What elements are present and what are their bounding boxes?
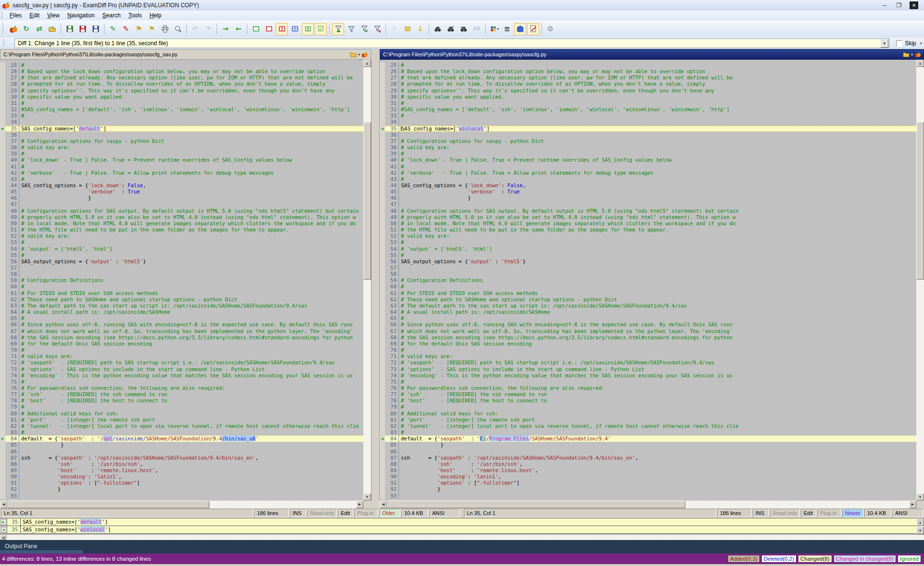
current-diff-line[interactable]: ▶35SAS_config_names=['default']	[0, 518, 916, 526]
code-line-36[interactable]: 36	[0, 132, 363, 138]
code-line-89[interactable]: 89 'host' : 'remote.linux.host',	[0, 467, 363, 474]
diff-selector-dropdown-icon[interactable]: ▼	[880, 39, 888, 48]
code-line-70[interactable]: 70#	[0, 347, 363, 353]
second-file-header[interactable]: C:\Program Files\Python\Python37\Lib\sit…	[380, 49, 924, 60]
code-line-75[interactable]: 75#	[0, 379, 363, 385]
current-difference-icon[interactable]	[401, 23, 413, 35]
close-button[interactable]: ✕	[910, 1, 918, 9]
code-line-53[interactable]: 53#	[0, 239, 363, 245]
code-line-90[interactable]: 90 'encoding': 'latin1',	[380, 474, 916, 480]
code-line-71[interactable]: 71# valid keys are:	[0, 353, 363, 360]
print-icon[interactable]	[159, 23, 171, 35]
scroll-up-icon[interactable]: ▲	[363, 60, 371, 67]
code-line-53[interactable]: 53#	[380, 239, 916, 245]
code-line-54[interactable]: 54# 'output' = ['html5', 'html']	[0, 246, 363, 252]
code-line-58[interactable]: 58	[0, 271, 363, 277]
code-line-77[interactable]: 77# 'ssh' - [REQUIRED] the ssh command t…	[380, 391, 916, 398]
pane-splitter[interactable]	[371, 60, 380, 501]
code-line-69[interactable]: 69# for the default Unix SAS session enc…	[0, 341, 363, 347]
code-line-57[interactable]: 57	[380, 265, 916, 271]
compare-files-icon[interactable]	[7, 23, 19, 35]
code-line-79[interactable]: 79#	[0, 404, 363, 410]
edit-first-file-icon[interactable]: ✎	[107, 23, 119, 35]
code-line-71[interactable]: 71# valid keys are:	[380, 353, 916, 360]
code-line-31[interactable]: 31#	[380, 100, 916, 106]
code-line-93[interactable]: 93	[0, 493, 363, 499]
code-line-87[interactable]: 87ssh = {'saspath' : '/opt/sasinside/SAS…	[380, 455, 916, 461]
show-checkboxes-icon[interactable]: ☑	[315, 23, 327, 35]
diff-selector-combo[interactable]: Diff 1: Change 1 line (35, first file) t…	[14, 39, 889, 48]
code-line-46[interactable]: 46 }	[0, 195, 363, 201]
header-splitter[interactable]	[371, 49, 380, 60]
scroll-down-icon[interactable]: ▼	[916, 493, 924, 501]
previous-change-icon[interactable]: ↑	[388, 23, 400, 35]
code-line-89[interactable]: 89 'host' : 'remote.linux.host',	[380, 467, 916, 474]
edit-second-file-icon[interactable]: ✎	[120, 23, 132, 35]
code-line-93[interactable]: 93	[380, 493, 916, 499]
code-line-67[interactable]: 67# which does not work well as utf-8. S…	[380, 328, 916, 334]
code-line-83[interactable]: 83#	[380, 429, 916, 436]
first-file-folder-icon[interactable]	[350, 51, 357, 57]
code-line-66[interactable]: 66# Since python uses utf-8, running SAS…	[380, 322, 916, 328]
code-line-45[interactable]: 45 'verbose' : True	[0, 189, 363, 195]
second-file-folder-caret-icon[interactable]: ▾	[911, 52, 913, 57]
code-line-58[interactable]: 58	[380, 271, 916, 277]
stat-badge-changed-in-changed[interactable]: Changed in changed(8)	[834, 555, 896, 563]
code-line-90[interactable]: 90 'encoding': 'latin1',	[0, 474, 363, 480]
code-line-44[interactable]: 44SAS_config_options = {'lock_down': Fal…	[380, 182, 916, 189]
code-line-68[interactable]: 68# the SAS session encoding (see https:…	[380, 334, 916, 341]
code-line-33[interactable]: 33#	[380, 113, 916, 119]
code-line-59[interactable]: 59# Configuration Definitions	[0, 277, 363, 283]
refresh-icon[interactable]: ↻	[20, 23, 32, 35]
send-report-icon[interactable]: ⚑	[146, 23, 158, 35]
code-line-40[interactable]: 40# 'lock_down' - True | False. True = P…	[380, 157, 916, 163]
menu-edit[interactable]: Edit	[26, 11, 43, 20]
code-line-72[interactable]: 72# 'saspath' - [REQUIRED] path to SAS s…	[0, 360, 363, 366]
code-line-37[interactable]: 37# Configuration options for saspy - py…	[380, 138, 916, 144]
code-line-80[interactable]: 80# Additional valid keys for ssh:	[0, 411, 363, 417]
stat-badge-changed[interactable]: Changed(8)	[798, 555, 832, 563]
code-line-25[interactable]: 25#	[0, 62, 363, 68]
code-line-72[interactable]: 72# 'saspath' - [REQUIRED] path to SAS s…	[380, 360, 916, 366]
scroll-up-icon[interactable]: ▲	[916, 60, 924, 67]
code-line-60[interactable]: 60#	[0, 283, 363, 290]
stat-badge-ignored[interactable]: Ignored	[898, 555, 921, 563]
synchronized-scrolling-icon[interactable]	[302, 23, 314, 35]
code-line-42[interactable]: 42# 'verbose' - True | False. True = All…	[0, 170, 363, 176]
code-line-67[interactable]: 67# which does not work well as utf-8. S…	[0, 328, 363, 334]
show-identical-lines-icon[interactable]	[358, 23, 370, 35]
diff-copy-marker-icon[interactable]: ◀	[380, 126, 385, 132]
scroll-left-icon[interactable]: ◀	[0, 535, 6, 540]
code-line-79[interactable]: 79#	[380, 404, 916, 410]
code-line-26[interactable]: 26# Based upon the lock_down configurati…	[0, 68, 363, 75]
show-all-lines-icon[interactable]	[332, 23, 344, 35]
toolbar-overflow-icon[interactable]: ▾	[920, 41, 922, 46]
minimize-button[interactable]: ─	[881, 2, 888, 9]
code-line-41[interactable]: 41#	[0, 164, 363, 170]
scroll-right-icon[interactable]: ▶	[356, 501, 363, 508]
stat-badge-added[interactable]: Added(0,3)	[728, 555, 760, 563]
code-line-35[interactable]: ◀35SAS_config_names=['winlocal']	[380, 126, 916, 132]
first-pane-vscroll-thumb[interactable]	[363, 122, 371, 280]
code-line-85[interactable]: 85 }	[380, 442, 916, 448]
code-line-63[interactable]: 63# The default path to the sas start up…	[0, 303, 363, 309]
code-line-61[interactable]: 61# For STDIO and STDIO over SSH access …	[0, 290, 363, 296]
save-both-files-icon[interactable]	[90, 23, 102, 35]
menu-files[interactable]: Files	[6, 11, 26, 20]
code-line-46[interactable]: 46 }	[380, 195, 916, 201]
save-second-file-icon[interactable]	[77, 23, 89, 35]
code-line-40[interactable]: 40# 'lock_down' - True | False. True = P…	[0, 157, 363, 163]
grid-view-icon[interactable]	[289, 23, 301, 35]
scroll-left-icon[interactable]: ◀	[380, 501, 387, 508]
scroll-down-icon[interactable]: ▼	[916, 527, 924, 534]
first-file-header[interactable]: C:\Program Files\Python\Python37\Lib\sit…	[0, 49, 371, 60]
code-line-86[interactable]: 86	[0, 449, 363, 455]
diffbar-grip[interactable]	[3, 39, 6, 48]
menu-navigation[interactable]: Navigation	[64, 11, 99, 20]
code-line-92[interactable]: 92 }	[0, 486, 363, 492]
code-line-55[interactable]: 55#	[380, 252, 916, 258]
code-line-28[interactable]: 28# prompted for at run time. To dissall…	[0, 81, 363, 87]
code-line-51[interactable]: 51# the HTML file will need to be put in…	[380, 227, 916, 233]
code-line-50[interactable]: 50# in local mode. Note that HTML 4.0 wi…	[380, 220, 916, 227]
first-file-folder-caret-icon[interactable]: ▾	[358, 52, 360, 57]
